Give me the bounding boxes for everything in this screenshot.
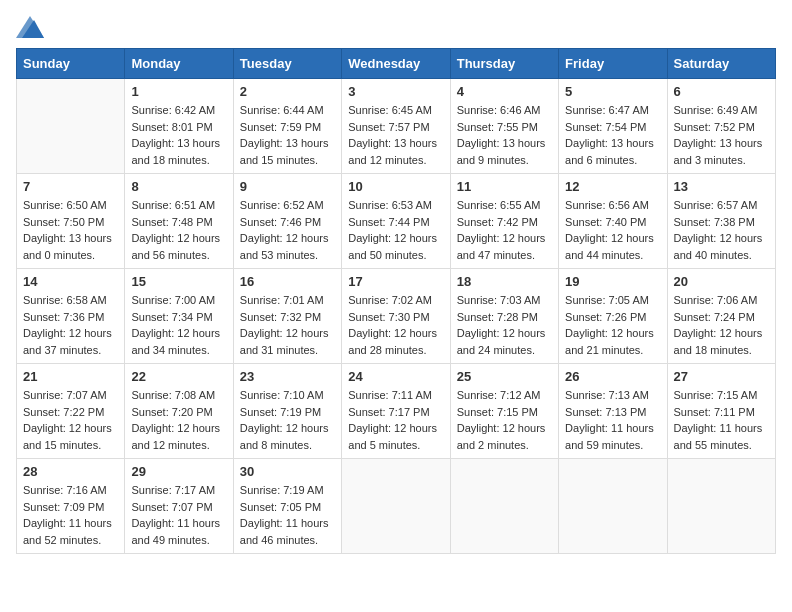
- day-info: Sunrise: 6:57 AMSunset: 7:38 PMDaylight:…: [674, 197, 769, 263]
- day-number: 5: [565, 84, 660, 99]
- day-number: 4: [457, 84, 552, 99]
- calendar-table: SundayMondayTuesdayWednesdayThursdayFrid…: [16, 48, 776, 554]
- day-info: Sunrise: 6:51 AMSunset: 7:48 PMDaylight:…: [131, 197, 226, 263]
- day-number: 20: [674, 274, 769, 289]
- day-info: Sunrise: 7:08 AMSunset: 7:20 PMDaylight:…: [131, 387, 226, 453]
- day-cell: 8Sunrise: 6:51 AMSunset: 7:48 PMDaylight…: [125, 174, 233, 269]
- day-cell: 16Sunrise: 7:01 AMSunset: 7:32 PMDayligh…: [233, 269, 341, 364]
- day-cell: 19Sunrise: 7:05 AMSunset: 7:26 PMDayligh…: [559, 269, 667, 364]
- day-cell: 1Sunrise: 6:42 AMSunset: 8:01 PMDaylight…: [125, 79, 233, 174]
- day-number: 6: [674, 84, 769, 99]
- day-header-thursday: Thursday: [450, 49, 558, 79]
- day-cell: [667, 459, 775, 554]
- day-info: Sunrise: 6:44 AMSunset: 7:59 PMDaylight:…: [240, 102, 335, 168]
- day-cell: [559, 459, 667, 554]
- day-number: 2: [240, 84, 335, 99]
- day-header-tuesday: Tuesday: [233, 49, 341, 79]
- week-row-3: 14Sunrise: 6:58 AMSunset: 7:36 PMDayligh…: [17, 269, 776, 364]
- day-info: Sunrise: 6:46 AMSunset: 7:55 PMDaylight:…: [457, 102, 552, 168]
- day-header-wednesday: Wednesday: [342, 49, 450, 79]
- day-cell: 9Sunrise: 6:52 AMSunset: 7:46 PMDaylight…: [233, 174, 341, 269]
- week-row-2: 7Sunrise: 6:50 AMSunset: 7:50 PMDaylight…: [17, 174, 776, 269]
- week-row-1: 1Sunrise: 6:42 AMSunset: 8:01 PMDaylight…: [17, 79, 776, 174]
- day-number: 15: [131, 274, 226, 289]
- day-number: 30: [240, 464, 335, 479]
- day-cell: 2Sunrise: 6:44 AMSunset: 7:59 PMDaylight…: [233, 79, 341, 174]
- day-info: Sunrise: 7:17 AMSunset: 7:07 PMDaylight:…: [131, 482, 226, 548]
- day-number: 25: [457, 369, 552, 384]
- calendar-header-row: SundayMondayTuesdayWednesdayThursdayFrid…: [17, 49, 776, 79]
- day-info: Sunrise: 7:13 AMSunset: 7:13 PMDaylight:…: [565, 387, 660, 453]
- day-info: Sunrise: 7:00 AMSunset: 7:34 PMDaylight:…: [131, 292, 226, 358]
- day-number: 1: [131, 84, 226, 99]
- day-info: Sunrise: 7:10 AMSunset: 7:19 PMDaylight:…: [240, 387, 335, 453]
- day-number: 14: [23, 274, 118, 289]
- day-number: 10: [348, 179, 443, 194]
- day-info: Sunrise: 7:07 AMSunset: 7:22 PMDaylight:…: [23, 387, 118, 453]
- day-cell: 23Sunrise: 7:10 AMSunset: 7:19 PMDayligh…: [233, 364, 341, 459]
- day-cell: 10Sunrise: 6:53 AMSunset: 7:44 PMDayligh…: [342, 174, 450, 269]
- day-number: 8: [131, 179, 226, 194]
- day-info: Sunrise: 7:05 AMSunset: 7:26 PMDaylight:…: [565, 292, 660, 358]
- day-cell: [17, 79, 125, 174]
- day-number: 7: [23, 179, 118, 194]
- day-cell: 14Sunrise: 6:58 AMSunset: 7:36 PMDayligh…: [17, 269, 125, 364]
- day-cell: 12Sunrise: 6:56 AMSunset: 7:40 PMDayligh…: [559, 174, 667, 269]
- day-number: 27: [674, 369, 769, 384]
- day-cell: 25Sunrise: 7:12 AMSunset: 7:15 PMDayligh…: [450, 364, 558, 459]
- day-info: Sunrise: 7:03 AMSunset: 7:28 PMDaylight:…: [457, 292, 552, 358]
- day-info: Sunrise: 7:01 AMSunset: 7:32 PMDaylight:…: [240, 292, 335, 358]
- day-cell: 4Sunrise: 6:46 AMSunset: 7:55 PMDaylight…: [450, 79, 558, 174]
- day-cell: 21Sunrise: 7:07 AMSunset: 7:22 PMDayligh…: [17, 364, 125, 459]
- day-header-friday: Friday: [559, 49, 667, 79]
- day-info: Sunrise: 6:58 AMSunset: 7:36 PMDaylight:…: [23, 292, 118, 358]
- day-cell: 18Sunrise: 7:03 AMSunset: 7:28 PMDayligh…: [450, 269, 558, 364]
- day-cell: 6Sunrise: 6:49 AMSunset: 7:52 PMDaylight…: [667, 79, 775, 174]
- day-info: Sunrise: 6:56 AMSunset: 7:40 PMDaylight:…: [565, 197, 660, 263]
- day-number: 22: [131, 369, 226, 384]
- day-cell: 22Sunrise: 7:08 AMSunset: 7:20 PMDayligh…: [125, 364, 233, 459]
- day-number: 18: [457, 274, 552, 289]
- day-info: Sunrise: 6:49 AMSunset: 7:52 PMDaylight:…: [674, 102, 769, 168]
- day-number: 13: [674, 179, 769, 194]
- day-number: 19: [565, 274, 660, 289]
- day-number: 17: [348, 274, 443, 289]
- day-info: Sunrise: 7:16 AMSunset: 7:09 PMDaylight:…: [23, 482, 118, 548]
- day-number: 21: [23, 369, 118, 384]
- day-cell: 28Sunrise: 7:16 AMSunset: 7:09 PMDayligh…: [17, 459, 125, 554]
- day-number: 11: [457, 179, 552, 194]
- day-info: Sunrise: 6:47 AMSunset: 7:54 PMDaylight:…: [565, 102, 660, 168]
- day-number: 23: [240, 369, 335, 384]
- day-cell: 13Sunrise: 6:57 AMSunset: 7:38 PMDayligh…: [667, 174, 775, 269]
- day-cell: [342, 459, 450, 554]
- day-info: Sunrise: 6:55 AMSunset: 7:42 PMDaylight:…: [457, 197, 552, 263]
- logo-icon: [16, 16, 44, 38]
- day-cell: 7Sunrise: 6:50 AMSunset: 7:50 PMDaylight…: [17, 174, 125, 269]
- day-info: Sunrise: 7:02 AMSunset: 7:30 PMDaylight:…: [348, 292, 443, 358]
- day-info: Sunrise: 6:50 AMSunset: 7:50 PMDaylight:…: [23, 197, 118, 263]
- day-info: Sunrise: 7:12 AMSunset: 7:15 PMDaylight:…: [457, 387, 552, 453]
- day-cell: 30Sunrise: 7:19 AMSunset: 7:05 PMDayligh…: [233, 459, 341, 554]
- day-number: 28: [23, 464, 118, 479]
- day-cell: 29Sunrise: 7:17 AMSunset: 7:07 PMDayligh…: [125, 459, 233, 554]
- day-cell: 3Sunrise: 6:45 AMSunset: 7:57 PMDaylight…: [342, 79, 450, 174]
- day-cell: 20Sunrise: 7:06 AMSunset: 7:24 PMDayligh…: [667, 269, 775, 364]
- day-cell: 15Sunrise: 7:00 AMSunset: 7:34 PMDayligh…: [125, 269, 233, 364]
- week-row-4: 21Sunrise: 7:07 AMSunset: 7:22 PMDayligh…: [17, 364, 776, 459]
- day-info: Sunrise: 6:52 AMSunset: 7:46 PMDaylight:…: [240, 197, 335, 263]
- day-info: Sunrise: 6:45 AMSunset: 7:57 PMDaylight:…: [348, 102, 443, 168]
- logo: [16, 16, 48, 38]
- page-header: [16, 16, 776, 38]
- day-cell: 24Sunrise: 7:11 AMSunset: 7:17 PMDayligh…: [342, 364, 450, 459]
- day-cell: 5Sunrise: 6:47 AMSunset: 7:54 PMDaylight…: [559, 79, 667, 174]
- day-number: 12: [565, 179, 660, 194]
- day-cell: 17Sunrise: 7:02 AMSunset: 7:30 PMDayligh…: [342, 269, 450, 364]
- day-info: Sunrise: 7:15 AMSunset: 7:11 PMDaylight:…: [674, 387, 769, 453]
- day-header-monday: Monday: [125, 49, 233, 79]
- day-number: 9: [240, 179, 335, 194]
- day-info: Sunrise: 6:53 AMSunset: 7:44 PMDaylight:…: [348, 197, 443, 263]
- day-cell: 11Sunrise: 6:55 AMSunset: 7:42 PMDayligh…: [450, 174, 558, 269]
- day-info: Sunrise: 7:19 AMSunset: 7:05 PMDaylight:…: [240, 482, 335, 548]
- day-number: 24: [348, 369, 443, 384]
- day-number: 29: [131, 464, 226, 479]
